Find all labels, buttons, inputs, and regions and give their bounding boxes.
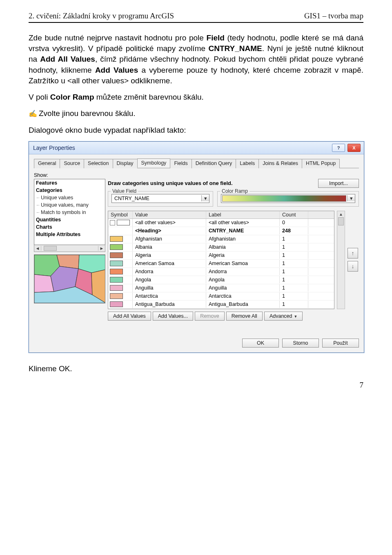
color-swatch[interactable] [110,252,123,258]
dialog-title: Layer Properties [33,145,332,151]
tab-joins-relates[interactable]: Joins & Relates [258,159,302,168]
chevron-down-icon: ▼ [294,314,298,319]
table-row[interactable]: American SamoaAmerican Samoa1 [108,260,334,268]
titlebar: Layer Properties ? X [29,142,364,154]
remove-all-button[interactable]: Remove All [226,312,263,321]
tab-html-popup[interactable]: HTML Popup [302,159,340,168]
cancel-button[interactable]: Storno [282,339,319,348]
paragraph-3: ✍Zvolte jinou barevnou škálu. [29,108,363,119]
chevron-down-icon[interactable]: ▾ [347,195,355,201]
header-rule [29,22,363,23]
help-button[interactable]: ? [332,144,345,152]
color-swatch[interactable] [110,236,123,242]
show-charts[interactable]: Charts [34,223,105,231]
page-number: 7 [360,381,364,390]
color-swatch[interactable] [110,285,123,291]
show-categories[interactable]: Categories [34,187,105,194]
grid-vscrollbar[interactable]: ▲ [337,211,345,309]
show-list-hscrollbar[interactable]: ◄ ► [34,245,105,252]
show-quantities[interactable]: Quantities [34,216,105,223]
show-label: Show: [34,172,359,178]
table-row[interactable]: AngolaAngola1 [108,276,334,284]
values-grid[interactable]: Symbol Value Label Count <all other valu… [108,211,334,309]
panel-description: Draw categories using unique values of o… [108,180,314,186]
scroll-left-icon[interactable]: ◄ [34,246,41,251]
table-row[interactable]: <Heading>CNTRY_NAME248 [108,227,334,235]
tab-fields[interactable]: Fields [170,159,192,168]
color-swatch[interactable] [110,277,123,283]
tab-strip: General Source Selection Display Symbolo… [34,158,359,168]
table-row[interactable]: AntarcticaAntarctica1 [108,292,334,301]
color-swatch[interactable] [110,261,123,266]
advanced-button[interactable]: Advanced▼ [264,312,303,321]
preview-map-icon [34,255,105,303]
scroll-thumb[interactable] [44,246,57,251]
paragraph-1: Zde bude nutné nejprve nastavit hodnotu … [29,33,363,86]
header-right: GIS1 – tvorba map [304,11,363,20]
grid-header: Symbol Value Label Count [108,211,334,219]
tab-display[interactable]: Display [113,159,138,168]
show-match-symbols[interactable]: Match to symbols in [34,209,105,216]
hand-icon: ✍ [29,110,37,118]
color-ramp-swatch [222,195,346,202]
tab-selection[interactable]: Selection [84,159,113,168]
tab-labels[interactable]: Labels [236,159,259,168]
table-row[interactable]: AfghanistanAfghanistan1 [108,235,334,243]
scroll-right-icon[interactable]: ► [98,246,105,251]
color-swatch[interactable] [117,220,130,225]
symbology-preview [34,254,105,303]
color-swatch[interactable] [110,244,123,250]
move-up-button[interactable]: ↑ [347,248,358,259]
paragraph-4: Dialogové okno bude vypadat například ta… [29,125,363,136]
chevron-down-icon[interactable]: ▾ [201,195,209,201]
remove-button[interactable]: Remove [195,312,225,321]
color-swatch[interactable] [110,301,123,307]
value-field-combo[interactable]: CNTRY_NAME ▾ [111,194,209,203]
show-unique-values-many[interactable]: Unique values, many [34,201,105,209]
table-row[interactable]: AlgeriaAlgeria1 [108,252,334,260]
table-row[interactable]: AnguillaAnguilla1 [108,284,334,292]
show-unique-values[interactable]: Unique values [34,194,105,201]
import-button[interactable]: Import... [318,179,359,188]
table-row[interactable]: <all other values><all other values>0 [108,219,334,227]
scroll-up-icon[interactable]: ▲ [339,212,343,216]
apply-button[interactable]: Použít [322,339,359,348]
color-swatch[interactable] [110,293,123,299]
color-swatch[interactable] [110,269,123,274]
value-field-label: Value Field [111,188,138,194]
tab-general[interactable]: General [34,159,60,168]
close-button[interactable]: X [347,144,361,152]
paragraph-2: V poli Color Ramp můžete změnit barevnou… [29,92,363,103]
row-checkbox[interactable] [110,220,115,225]
paragraph-5: Klineme OK. [29,363,363,374]
table-row[interactable]: AlbaniaAlbania1 [108,243,334,252]
tab-symbology[interactable]: Symbology [137,158,171,168]
table-row[interactable]: Antigua_BarbudaAntigua_Barbuda1 [108,301,334,309]
tab-definition-query[interactable]: Definition Query [192,159,236,168]
show-multiple-attributes[interactable]: Multiple Attributes [34,231,105,238]
scroll-thumb[interactable] [338,217,344,225]
show-features[interactable]: Features [34,179,105,187]
dialog-screenshot: Layer Properties ? X General Source Sele… [29,141,363,353]
move-down-button[interactable]: ↓ [347,261,358,272]
ok-button[interactable]: OK [242,339,279,348]
color-ramp-combo[interactable]: ▾ [221,194,355,203]
add-all-values-button[interactable]: Add All Values [108,312,151,321]
show-list[interactable]: Features Categories Unique values Unique… [34,179,105,245]
table-row[interactable]: AndorraAndorra1 [108,268,334,276]
header-left: 2. cvičení: Základní kroky v programu Ar… [29,11,174,20]
add-values-button[interactable]: Add Values... [153,312,193,321]
tab-source[interactable]: Source [60,159,84,168]
color-ramp-label: Color Ramp [220,188,249,194]
